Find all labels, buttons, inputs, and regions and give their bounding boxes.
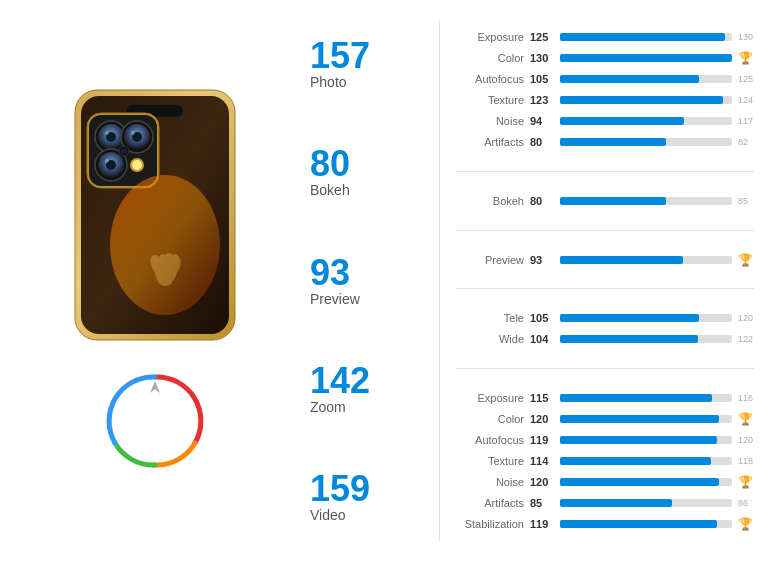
max-value-label: 120	[738, 313, 754, 323]
metric-bar-fill	[560, 520, 717, 528]
metric-row: Color120🏆	[456, 410, 754, 428]
zoom-metrics: Tele105120Wide104122	[456, 309, 754, 348]
metric-bar-container	[560, 138, 732, 146]
metric-bar-fill	[560, 478, 719, 486]
trophy-icon: 🏆	[738, 253, 754, 267]
metric-name: Color	[456, 52, 524, 64]
metric-name: Exposure	[456, 392, 524, 404]
max-value-label: 86	[738, 498, 754, 508]
metric-row: Autofocus119120	[456, 431, 754, 449]
metric-bar-container	[560, 314, 732, 322]
metric-score-value: 105	[530, 312, 554, 324]
metric-bar-container	[560, 256, 732, 264]
metric-score-value: 94	[530, 115, 554, 127]
metric-bar-fill	[560, 75, 699, 83]
photo-label: Photo	[310, 74, 429, 90]
metric-bar-container	[560, 499, 732, 507]
max-value-label: 117	[738, 116, 754, 126]
metric-name: Autofocus	[456, 434, 524, 446]
metric-score-value: 120	[530, 476, 554, 488]
metric-score-value: 115	[530, 392, 554, 404]
max-value-label: 116	[738, 393, 754, 403]
left-panel	[10, 20, 300, 541]
svg-point-16	[105, 159, 109, 163]
metric-bar-container	[560, 457, 732, 465]
metric-row: Tele105120	[456, 309, 754, 327]
metric-row: Autofocus105125	[456, 70, 754, 88]
metric-score-value: 119	[530, 518, 554, 530]
metric-bar-fill	[560, 96, 723, 104]
metric-name: Wide	[456, 333, 524, 345]
bokeh-score-block: 80 Bokeh	[300, 138, 439, 206]
svg-point-18	[132, 160, 142, 170]
metric-row: Bokeh8085	[456, 192, 754, 210]
photo-score-block: 157 Photo	[300, 30, 439, 98]
metric-bar-container	[560, 54, 732, 62]
bokeh-score: 80	[310, 146, 429, 182]
metric-bar-fill	[560, 33, 725, 41]
metric-score-value: 85	[530, 497, 554, 509]
divider-3	[456, 288, 754, 289]
svg-point-21	[110, 175, 220, 315]
metric-row: Exposure115116	[456, 389, 754, 407]
metric-score-value: 119	[530, 434, 554, 446]
divider-4	[456, 368, 754, 369]
metric-score-value: 114	[530, 455, 554, 467]
zoom-label: Zoom	[310, 399, 429, 415]
metric-bar-container	[560, 75, 732, 83]
metric-name: Texture	[456, 94, 524, 106]
video-label: Video	[310, 507, 429, 523]
metric-name: Color	[456, 413, 524, 425]
metric-bar-container	[560, 33, 732, 41]
zoom-score: 142	[310, 363, 429, 399]
metric-row: Noise94117	[456, 112, 754, 130]
metric-score-value: 123	[530, 94, 554, 106]
video-score: 159	[310, 471, 429, 507]
max-value-label: 122	[738, 334, 754, 344]
max-value-label: 118	[738, 456, 754, 466]
metric-bar-fill	[560, 436, 717, 444]
metric-bar-fill	[560, 314, 699, 322]
metric-name: Autofocus	[456, 73, 524, 85]
metric-row: Wide104122	[456, 330, 754, 348]
metric-name: Exposure	[456, 31, 524, 43]
bokeh-label: Bokeh	[310, 182, 429, 198]
metric-name: Texture	[456, 455, 524, 467]
preview-score: 93	[310, 255, 429, 291]
metric-bar-fill	[560, 117, 684, 125]
max-value-label: 85	[738, 196, 754, 206]
metric-score-value: 93	[530, 254, 554, 266]
main-container: 157 Photo 80 Bokeh 93 Preview 142 Zoom 1…	[0, 0, 780, 561]
metric-bar-container	[560, 394, 732, 402]
metric-row: Noise120🏆	[456, 473, 754, 491]
video-score-block: 159 Video	[300, 463, 439, 531]
trophy-icon: 🏆	[738, 412, 754, 426]
metric-bar-fill	[560, 457, 711, 465]
metric-bar-container	[560, 335, 732, 343]
metric-name: Tele	[456, 312, 524, 324]
preview-label: Preview	[310, 291, 429, 307]
metric-name: Preview	[456, 254, 524, 266]
metric-score-value: 80	[530, 136, 554, 148]
metric-bar-fill	[560, 256, 683, 264]
metric-bar-container	[560, 96, 732, 104]
metric-bar-fill	[560, 415, 719, 423]
metric-row: Color130🏆	[456, 49, 754, 67]
metric-name: Noise	[456, 115, 524, 127]
metric-name: Artifacts	[456, 136, 524, 148]
metric-row: Stabilization119🏆	[456, 515, 754, 533]
metric-score-value: 120	[530, 413, 554, 425]
video-metrics: Exposure115116Color120🏆Autofocus119120Te…	[456, 389, 754, 533]
phone-image	[65, 85, 245, 345]
right-panel: Exposure125130Color130🏆Autofocus105125Te…	[440, 20, 770, 541]
metric-score-value: 130	[530, 52, 554, 64]
metric-bar-fill	[560, 499, 672, 507]
divider-1	[456, 171, 754, 172]
max-value-label: 125	[738, 74, 754, 84]
metric-bar-fill	[560, 138, 666, 146]
metric-score-value: 105	[530, 73, 554, 85]
metric-bar-fill	[560, 335, 698, 343]
svg-point-12	[131, 131, 135, 135]
metric-row: Artifacts8082	[456, 133, 754, 151]
photo-score: 157	[310, 38, 429, 74]
